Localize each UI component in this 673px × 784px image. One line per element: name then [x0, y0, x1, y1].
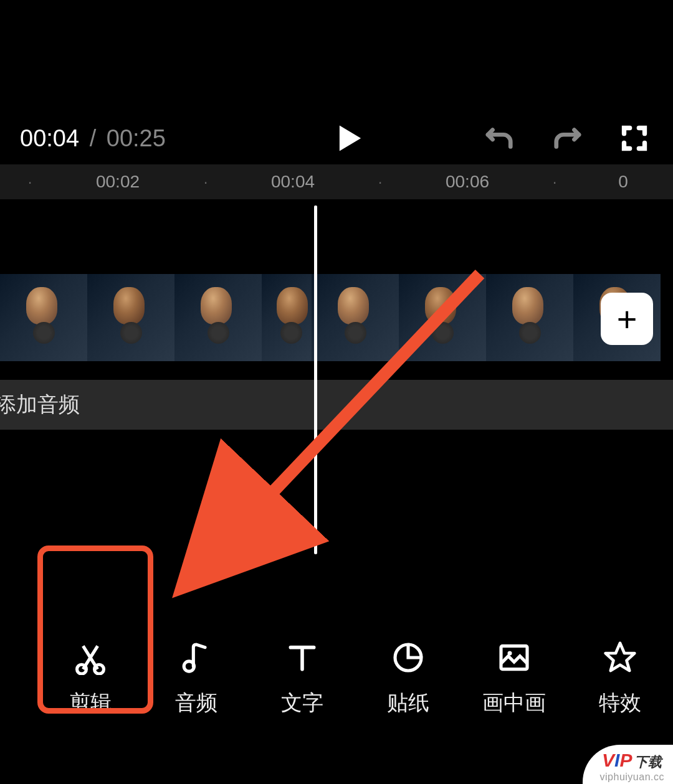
play-button[interactable]: [332, 120, 369, 157]
svg-point-5: [508, 651, 512, 656]
time-separator: /: [90, 125, 97, 151]
player-controls: 00:04 / 00:25: [0, 112, 673, 164]
undo-button[interactable]: [481, 120, 518, 157]
tool-effect[interactable]: 特效: [567, 639, 673, 717]
star-icon: [603, 639, 637, 676]
undo-icon: [485, 125, 514, 151]
play-icon: [337, 123, 363, 153]
audio-track[interactable]: 添加音频: [0, 380, 673, 430]
plus-icon: +: [617, 299, 637, 339]
track-area: + 添加音频: [0, 199, 673, 436]
sticker-icon: [391, 639, 426, 676]
watermark-brand: VIP下载: [602, 750, 662, 772]
tool-label: 特效: [599, 689, 641, 717]
tool-text[interactable]: 文字: [249, 639, 355, 717]
redo-icon: [553, 125, 581, 151]
clip-thumbnail: [486, 274, 573, 361]
scissors-icon: [73, 639, 108, 676]
redo-button[interactable]: [548, 120, 586, 157]
ruler-mark: 0: [618, 172, 628, 192]
tool-audio[interactable]: 音频: [143, 639, 249, 717]
video-track[interactable]: [0, 274, 673, 361]
fullscreen-icon: [621, 125, 648, 152]
add-audio-label: 添加音频: [0, 390, 80, 419]
ruler-mark: 00:02: [96, 172, 140, 192]
fullscreen-button[interactable]: [616, 120, 653, 157]
tool-pip[interactable]: 画中画: [461, 639, 567, 717]
ruler-tick: ·: [553, 173, 557, 191]
playhead[interactable]: [314, 205, 317, 554]
ruler-tick: ·: [378, 173, 383, 191]
tool-sticker[interactable]: 贴纸: [355, 639, 461, 717]
picture-icon: [497, 639, 532, 676]
tool-label: 剪辑: [69, 689, 112, 717]
tool-label: 文字: [281, 689, 323, 717]
watermark-url: viphuiyuan.cc: [600, 772, 664, 783]
clip-thumbnail: [312, 274, 399, 361]
bottom-toolbar: 剪辑 音频 文字 贴纸 画中画 特效: [0, 616, 673, 740]
ruler-mark: 00:04: [271, 172, 315, 192]
svg-point-2: [95, 664, 104, 674]
ruler-mark: 00:06: [446, 172, 489, 192]
clip-thumbnail: [262, 274, 312, 361]
ruler-tick: ·: [204, 173, 208, 191]
svg-point-3: [184, 661, 194, 671]
clip-thumbnail: [0, 274, 87, 361]
text-icon: [285, 639, 320, 676]
ruler-tick: ·: [28, 173, 32, 191]
clip-thumbnail: [399, 274, 486, 361]
tool-label: 画中画: [482, 689, 546, 717]
add-clip-button[interactable]: +: [601, 293, 653, 345]
tool-label: 贴纸: [387, 689, 429, 717]
total-time: 00:25: [107, 125, 166, 151]
svg-point-1: [77, 664, 87, 674]
video-preview: [0, 0, 673, 112]
watermark: VIP下载 viphuiyuan.cc: [583, 745, 673, 784]
clip-thumbnail: [87, 274, 174, 361]
current-time: 00:04: [20, 125, 79, 151]
tool-label: 音频: [175, 689, 217, 717]
time-display: 00:04 / 00:25: [20, 125, 166, 152]
music-note-icon: [179, 639, 214, 676]
clip-thumbnail: [174, 274, 262, 361]
tool-cut[interactable]: 剪辑: [37, 639, 143, 717]
timeline-ruler[interactable]: · 00:02 · 00:04 · 00:06 · 0: [0, 164, 673, 199]
